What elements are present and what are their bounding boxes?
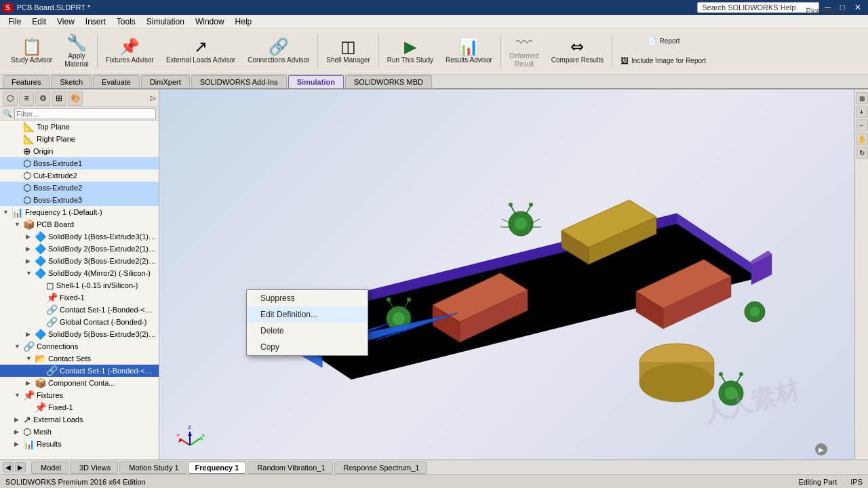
tree-item-24[interactable]: ▶↗External Loads [0, 413, 159, 426]
close-button[interactable]: ✕ [850, 3, 865, 12]
viewport: Suppress Edit Definition... Delete Copy … [159, 89, 854, 460]
bottom-tab-frequency-1[interactable]: Frequency 1 [188, 462, 247, 474]
tree-label: Boss-Extrude1 [33, 159, 82, 167]
shell-manager-button[interactable]: ◫ Shell Manager [321, 33, 375, 70]
tree-item-22[interactable]: ▼📌Fixtures [0, 389, 159, 401]
bottom-tab-model[interactable]: Model [31, 462, 68, 474]
tree-item-13[interactable]: ◻Shell-1 (-0.15 in/Silicon-) [0, 279, 159, 291]
suppress-menu-item[interactable]: Suppress [247, 290, 368, 306]
tab-simulation[interactable]: Simulation [288, 75, 344, 88]
bottom-tab-3d-views[interactable]: 3D Views [70, 462, 118, 474]
apply-material-button[interactable]: 🔧 ApplyMaterial [59, 33, 94, 70]
bottom-tab-random-vibration_1[interactable]: Random Vibration_1 [248, 462, 332, 474]
external-loads-advisor-button[interactable]: ↗ External Loads Advisor [161, 33, 241, 70]
tree-icon: ⊕ [23, 146, 31, 157]
dim-expert-button[interactable]: ⊞ [52, 91, 66, 106]
tree-item-5[interactable]: ⬡Boss-Extrude2 [0, 182, 159, 194]
menu-item-edit[interactable]: Edit [26, 16, 52, 28]
tree-arrow: ▶ [26, 331, 33, 338]
tab-sketch[interactable]: Sketch [51, 75, 92, 88]
tab-features[interactable]: Features [3, 75, 50, 88]
appearance-button[interactable]: 🎨 [68, 91, 83, 106]
run-icon: ▶ [404, 39, 416, 55]
left-panel: ⬡ ≡ ⚙ ⊞ 🎨 ▷ 🔍 📐Top Plane📐Right Plane⊕Ori… [0, 89, 159, 460]
tree-item-17[interactable]: ▶🔷SolidBody 5(Boss-Extrude3(2)) (-Pure G… [0, 328, 159, 340]
tab-nav-right[interactable]: ▶ [15, 462, 26, 472]
tree-item-9[interactable]: ▶🔷SolidBody 1(Boss-Extrude3(1)) (-Brass-… [0, 230, 159, 243]
feature-manager-button[interactable]: ⬡ [3, 91, 18, 106]
tree-icon: ◻ [46, 280, 54, 291]
tree-icon: ⬡ [23, 158, 31, 169]
tree-item-6[interactable]: ⬡Boss-Extrude3 [0, 194, 159, 206]
tree-item-8[interactable]: ▼📦PCB Board [0, 218, 159, 230]
zoom-out-button[interactable]: − [856, 119, 868, 131]
tree-item-7[interactable]: ▼📊Frequency 1 (-Default-) [0, 206, 159, 218]
menu-item-window[interactable]: Window [190, 16, 230, 28]
tree-item-2[interactable]: ⊕Origin [0, 145, 159, 157]
tree-label: Connections [37, 342, 78, 350]
tree-item-26[interactable]: ▶📊Results [0, 438, 159, 450]
filter-input[interactable] [14, 108, 156, 119]
fixtures-advisor-button[interactable]: 📌 Fixtures Advisor [100, 33, 159, 70]
delete-menu-item[interactable]: Delete [247, 323, 368, 339]
tree-item-14[interactable]: 📌Fixed-1 [0, 291, 159, 304]
config-manager-button[interactable]: ⚙ [35, 91, 50, 106]
tree-item-15[interactable]: 🔗Contact Set-1 (-Bonded-<PCB Board>- [0, 304, 159, 316]
tree-item-18[interactable]: ▼🔗Connections [0, 340, 159, 352]
tree-label: Contact Set-1 (-Bonded-<PCB Board>- [60, 306, 156, 314]
tab-evaluate[interactable]: Evaluate [93, 75, 140, 88]
tree-item-4[interactable]: ⬡Cut-Extrude2 [0, 169, 159, 182]
tree-item-20[interactable]: 🔗Contact Set-1 (-Bonded-<PCB Board>- [0, 365, 159, 377]
shell-manager-label: Shell Manager [326, 56, 370, 64]
tree-item-19[interactable]: ▼📂Contact Sets [0, 352, 159, 365]
connections-advisor-button[interactable]: 🔗 Connections Advisor [242, 33, 315, 70]
report-group: 📄 Report 🖼 Include Image for Report [615, 33, 711, 70]
search-box[interactable]: Search SOLIDWORKS Help [697, 2, 819, 13]
tab-nav-left[interactable]: ◀ [3, 462, 14, 472]
tree-item-0[interactable]: 📐Top Plane [0, 121, 159, 133]
pcb-board-svg [229, 112, 785, 437]
menu-item-view[interactable]: View [52, 16, 80, 28]
play-button[interactable]: ▶ [815, 443, 827, 455]
zoom-in-button[interactable]: + [856, 106, 868, 118]
menu-item-simulation[interactable]: Simulation [141, 16, 190, 28]
tree-icon: 🔗 [23, 341, 35, 352]
expand-panel-button[interactable]: ▷ [151, 94, 156, 102]
results-advisor-button[interactable]: 📊 Results Advisor [440, 33, 498, 70]
toolbar-separator-5 [612, 35, 612, 68]
pan-button[interactable]: ✋ [856, 133, 868, 145]
run-study-button[interactable]: ▶ Run This Study [382, 33, 439, 70]
tree-item-11[interactable]: ▶🔷SolidBody 3(Boss-Extrude2(2)) (-Copper… [0, 255, 159, 267]
tab-dimxpert[interactable]: DimXpert [141, 75, 190, 88]
connections-label: Connections Advisor [248, 56, 309, 64]
tree-icon: ⬡ [23, 426, 31, 437]
tree-item-1[interactable]: 📐Right Plane [0, 133, 159, 145]
tree-item-10[interactable]: ▶🔷SolidBody 2(Boss-Extrude2(1)) (-Copper… [0, 243, 159, 255]
property-manager-button[interactable]: ≡ [19, 91, 34, 106]
units-label: IPS [850, 478, 863, 486]
menu-item-file[interactable]: File [3, 16, 26, 28]
copy-menu-item[interactable]: Copy [247, 339, 368, 355]
tree-item-23[interactable]: 📌Fixed-1 [0, 401, 159, 413]
menu-item-tools[interactable]: Tools [111, 16, 141, 28]
tab-solidworks-add-ins[interactable]: SOLIDWORKS Add-Ins [191, 75, 287, 88]
view-orient-button[interactable]: ⊞ [856, 92, 868, 104]
include-image-button[interactable]: 🖼 Include Image for Report [615, 52, 711, 70]
tree-item-12[interactable]: ▼🔷SolidBody 4(Mirror2) (-Silicon-) [0, 267, 159, 279]
edit-definition-menu-item[interactable]: Edit Definition... [247, 306, 368, 323]
compare-results-button[interactable]: ⇔ Compare Results [546, 33, 609, 70]
tree-item-25[interactable]: ▶⬡Mesh [0, 426, 159, 438]
menu-item-help[interactable]: Help [230, 16, 258, 28]
tree-arrow: ▼ [3, 209, 9, 216]
bottom-tab-motion-study-1[interactable]: Motion Study 1 [119, 462, 186, 474]
tab-solidworks-mbd[interactable]: SOLIDWORKS MBD [345, 75, 432, 88]
report-button[interactable]: 📄 Report [615, 33, 711, 50]
rotate-button[interactable]: ↻ [856, 146, 868, 159]
menu-item-insert[interactable]: Insert [80, 16, 111, 28]
deformed-result-button[interactable]: 〰 DeformedResult [504, 33, 545, 70]
tree-item-21[interactable]: ▶📦Component Conta... [0, 377, 159, 389]
study-advisor-button[interactable]: 📋 Study Advisor [5, 33, 58, 70]
tree-item-16[interactable]: 🔗Global Contact (-Bonded-) [0, 316, 159, 328]
tree-item-3[interactable]: ⬡Boss-Extrude1 [0, 157, 159, 169]
bottom-tab-response-spectrum_1[interactable]: Response Spectrum_1 [334, 462, 427, 474]
